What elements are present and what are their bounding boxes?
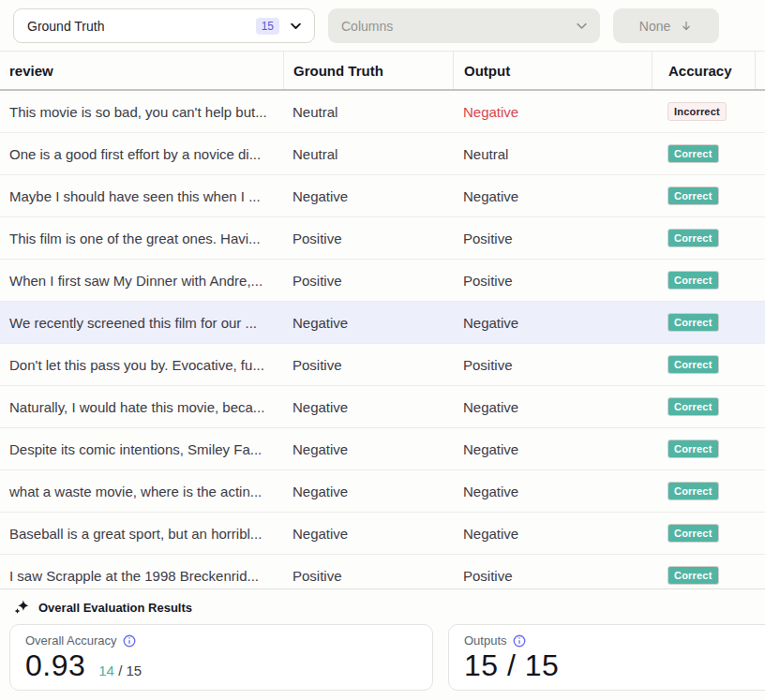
ground-truth-cell: Positive [283, 273, 453, 289]
accuracy-cell: Correct [652, 439, 765, 458]
ground-truth-cell: Positive [283, 231, 453, 246]
ground-truth-cell: Negative [283, 441, 453, 457]
column-header-ground-truth: Ground Truth [283, 52, 453, 89]
info-icon[interactable] [513, 634, 526, 648]
table-row[interactable]: Naturally, I would hate this movie, beca… [0, 386, 765, 428]
columns-select-placeholder: Columns [341, 19, 575, 34]
accuracy-badge: Correct [668, 144, 719, 163]
chevron-down-icon [575, 19, 589, 33]
column-header-accuracy: Accuracy [652, 52, 755, 89]
output-cell: Negative [453, 441, 652, 457]
toolbar: Ground Truth 15 Columns None [0, 0, 765, 51]
output-cell: Negative [453, 188, 652, 204]
metric-cards: Overall Accuracy 0.93 14 / 15 Outputs 15… [0, 616, 765, 691]
table-row[interactable]: One is a good first effort by a novice d… [0, 133, 765, 175]
outputs-label: Outputs [464, 633, 507, 648]
table-row[interactable]: This film is one of the great ones. Havi… [0, 217, 765, 260]
accuracy-cell: Correct [652, 482, 765, 500]
ground-truth-cell: Negative [283, 484, 453, 499]
output-cell: Negative [453, 399, 652, 415]
table-row[interactable]: I saw Scrapple at the 1998 Breckenrid...… [0, 555, 765, 588]
review-cell: Don't let this pass you by. Evocative, f… [0, 357, 283, 373]
accuracy-badge: Correct [668, 229, 719, 247]
table-row[interactable]: We recently screened this film for our .… [0, 302, 765, 344]
accuracy-badge: Correct [668, 355, 719, 374]
output-cell: Positive [453, 273, 652, 289]
table-body: This movie is so bad, you can't help but… [0, 91, 765, 588]
ground-truth-cell: Neutral [283, 104, 453, 120]
overall-accuracy-card: Overall Accuracy 0.93 14 / 15 [9, 624, 433, 691]
outputs-value: 15 / 15 [464, 648, 559, 683]
output-cell: Positive [453, 568, 652, 584]
ground-truth-cell: Negative [283, 399, 453, 415]
ground-truth-cell: Negative [283, 188, 453, 204]
output-cell: Negative [453, 484, 652, 499]
output-cell: Neutral [453, 146, 652, 162]
ground-truth-cell: Negative [283, 315, 453, 331]
table-row[interactable]: Don't let this pass you by. Evocative, f… [0, 344, 765, 386]
dataset-select[interactable]: Ground Truth 15 [13, 8, 315, 43]
accuracy-cell: Correct [652, 524, 765, 543]
ground-truth-cell: Neutral [283, 146, 453, 162]
dataset-select-value: Ground Truth [27, 19, 256, 34]
sort-button-label: None [639, 19, 670, 34]
review-cell: Naturally, I would hate this movie, beca… [0, 399, 283, 415]
table-row[interactable]: This movie is so bad, you can't help but… [0, 91, 765, 133]
accuracy-cell: Incorrect [652, 102, 765, 121]
arrow-down-icon [680, 20, 693, 33]
chevron-down-icon [289, 19, 303, 33]
output-cell: Negative [453, 315, 652, 331]
overall-results-title-row: Overall Evaluation Results [0, 589, 765, 616]
review-cell: One is a good first effort by a novice d… [0, 146, 283, 162]
column-header-review: review [0, 52, 283, 89]
accuracy-cell: Correct [652, 144, 765, 163]
sort-button[interactable]: None [613, 8, 719, 43]
table-row[interactable]: When I first saw My Dinner with Andre,..… [0, 260, 765, 302]
accuracy-badge: Correct [668, 566, 719, 585]
review-cell: This movie is so bad, you can't help but… [0, 104, 283, 120]
info-icon[interactable] [123, 634, 136, 648]
review-cell: Despite its comic intentions, Smiley Fa.… [0, 441, 283, 457]
outputs-card: Outputs 15 / 15 [448, 624, 765, 691]
review-cell: When I first saw My Dinner with Andre,..… [0, 273, 283, 289]
accuracy-badge: Correct [668, 482, 719, 500]
accuracy-cell: Correct [652, 397, 765, 416]
output-cell: Negative [453, 104, 652, 120]
sparkles-icon [13, 599, 30, 616]
overall-accuracy-fraction: 14 / 15 [98, 663, 142, 678]
review-cell: We recently screened this film for our .… [0, 315, 283, 331]
accuracy-cell: Correct [652, 271, 765, 290]
table-header: review Ground Truth Output Accuracy [0, 51, 765, 91]
accuracy-badge: Correct [668, 439, 719, 458]
ground-truth-cell: Positive [283, 568, 453, 584]
accuracy-cell: Correct [652, 566, 765, 585]
accuracy-badge: Correct [668, 186, 719, 205]
accuracy-cell: Correct [652, 229, 765, 247]
review-cell: Maybe I should have seen this when I ... [0, 188, 283, 204]
row-count-badge: 15 [256, 18, 279, 35]
review-cell: what a waste movie, where is the actin..… [0, 484, 283, 499]
column-header-output: Output [453, 52, 652, 89]
table-row[interactable]: Maybe I should have seen this when I ...… [0, 175, 765, 217]
review-cell: I saw Scrapple at the 1998 Breckenrid... [0, 568, 283, 584]
ground-truth-cell: Positive [283, 357, 453, 373]
output-cell: Negative [453, 526, 652, 542]
accuracy-badge: Correct [668, 271, 719, 290]
accuracy-cell: Correct [652, 355, 765, 374]
overall-accuracy-value: 0.93 [25, 648, 85, 683]
columns-select[interactable]: Columns [328, 8, 600, 43]
accuracy-badge: Correct [668, 397, 719, 416]
review-cell: This film is one of the great ones. Havi… [0, 231, 283, 246]
table-row[interactable]: Baseball is a great sport, but an horrib… [0, 513, 765, 555]
table-row[interactable]: what a waste movie, where is the actin..… [0, 470, 765, 513]
output-cell: Positive [453, 231, 652, 246]
table-row[interactable]: Despite its comic intentions, Smiley Fa.… [0, 428, 765, 470]
accuracy-badge: Correct [668, 524, 719, 543]
overall-results-panel: Overall Evaluation Results Overall Accur… [0, 588, 765, 700]
header-gutter [755, 52, 765, 89]
accuracy-cell: Correct [652, 313, 765, 332]
output-cell: Positive [453, 357, 652, 373]
accuracy-cell: Correct [652, 186, 765, 205]
ground-truth-cell: Negative [283, 526, 453, 542]
accuracy-badge: Correct [668, 313, 719, 332]
